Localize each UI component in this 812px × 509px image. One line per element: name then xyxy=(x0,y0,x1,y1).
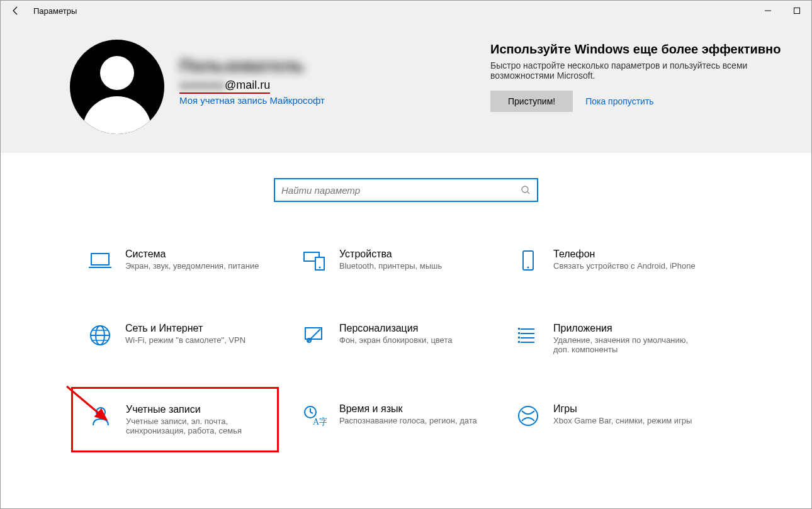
tile-title: Учетные записи xyxy=(126,404,271,415)
ms-account-link[interactable]: Моя учетная запись Майкрософт xyxy=(179,95,325,106)
paint-icon xyxy=(302,323,327,348)
tile-title: Игры xyxy=(553,403,692,415)
tile-apps[interactable]: Приложения Удаление, значения по умолчан… xyxy=(513,320,708,357)
tile-devices[interactable]: Устройства Bluetooth, принтеры, мышь xyxy=(299,246,494,276)
tile-sub: Экран, звук, уведомления, питание xyxy=(125,261,259,271)
maximize-icon xyxy=(794,8,800,14)
tile-phone[interactable]: Телефон Связать устройство с Android, iP… xyxy=(513,246,708,276)
window-controls xyxy=(753,1,811,21)
search-input[interactable] xyxy=(281,185,521,196)
tile-accounts[interactable]: Учетные записи Учетные записи, эл. почта… xyxy=(71,387,279,452)
svg-rect-4 xyxy=(91,254,109,265)
minimize-button[interactable] xyxy=(753,1,782,21)
tile-time-language[interactable]: A字 Время и язык Распознавание голоса, ре… xyxy=(299,401,494,452)
user-name: Пользователь xyxy=(179,56,325,76)
tile-personalization[interactable]: Персонализация Фон, экран блокировки, цв… xyxy=(299,320,494,357)
laptop-icon xyxy=(87,249,113,274)
search-icon xyxy=(521,185,531,195)
email-suffix: @mail.ru xyxy=(225,79,270,91)
avatar xyxy=(70,40,164,134)
maximize-button[interactable] xyxy=(782,1,811,21)
titlebar: Параметры xyxy=(1,1,811,21)
svg-rect-22 xyxy=(518,328,520,330)
promo-subtitle: Быстро настройте несколько параметров и … xyxy=(490,60,786,81)
phone-icon xyxy=(516,249,541,274)
svg-point-8 xyxy=(319,267,321,269)
tile-title: Устройства xyxy=(339,249,442,260)
user-block: Пользователь xxxxxxxx@mail.ru Моя учетна… xyxy=(70,40,325,134)
back-button[interactable] xyxy=(1,1,31,21)
apps-icon xyxy=(516,323,541,348)
tile-title: Персонализация xyxy=(339,323,452,334)
user-info: Пользователь xxxxxxxx@mail.ru Моя учетна… xyxy=(179,40,325,106)
svg-point-31 xyxy=(519,406,538,425)
tile-title: Телефон xyxy=(553,249,696,260)
tile-sub: Распознавание голоса, регион, дата xyxy=(339,416,477,425)
minimize-icon xyxy=(765,8,771,14)
arrow-left-icon xyxy=(11,6,21,16)
svg-rect-23 xyxy=(518,332,520,334)
tile-system[interactable]: Система Экран, звук, уведомления, питани… xyxy=(85,246,280,276)
promo-title: Используйте Windows еще более эффективно xyxy=(490,42,786,57)
tile-title: Приложения xyxy=(553,323,698,334)
header: Пользователь xxxxxxxx@mail.ru Моя учетна… xyxy=(1,21,811,153)
tile-sub: Учетные записи, эл. почта, синхронизация… xyxy=(126,417,271,435)
tile-sub: Xbox Game Bar, снимки, режим игры xyxy=(553,416,692,425)
tile-gaming[interactable]: Игры Xbox Game Bar, снимки, режим игры xyxy=(513,401,708,452)
svg-point-10 xyxy=(527,267,529,269)
user-email: xxxxxxxx@mail.ru xyxy=(179,79,270,94)
promo-skip-link[interactable]: Пока пропустить xyxy=(585,96,653,106)
svg-rect-25 xyxy=(518,341,520,343)
svg-line-3 xyxy=(527,192,529,194)
svg-text:A字: A字 xyxy=(313,417,327,427)
email-prefix: xxxxxxxx xyxy=(179,79,225,92)
search-box[interactable] xyxy=(274,178,538,202)
tile-sub: Wi-Fi, режим "в самолете", VPN xyxy=(125,335,245,345)
xbox-icon xyxy=(516,403,541,428)
svg-line-29 xyxy=(310,412,313,413)
svg-rect-1 xyxy=(794,8,800,14)
window-title: Параметры xyxy=(31,6,77,16)
tile-network[interactable]: Сеть и Интернет Wi-Fi, режим "в самолете… xyxy=(85,320,280,357)
time-lang-icon: A字 xyxy=(302,403,327,428)
tile-sub: Удаление, значения по умолчанию, доп. ко… xyxy=(553,335,698,354)
tile-title: Сеть и Интернет xyxy=(125,323,245,334)
search-container xyxy=(1,153,811,215)
tile-sub: Bluetooth, принтеры, мышь xyxy=(339,261,442,271)
devices-icon xyxy=(302,249,327,274)
svg-rect-24 xyxy=(518,337,520,338)
tile-title: Время и язык xyxy=(339,403,477,415)
tile-sub: Фон, экран блокировки, цвета xyxy=(339,335,452,345)
tile-title: Система xyxy=(125,249,259,260)
tile-sub: Связать устройство с Android, iPhone xyxy=(553,261,696,271)
svg-point-26 xyxy=(96,408,105,417)
categories-grid: Система Экран, звук, уведомления, питани… xyxy=(1,215,811,452)
promo-start-button[interactable]: Приступим! xyxy=(490,91,573,112)
promo: Используйте Windows еще более эффективно… xyxy=(490,40,786,112)
person-icon xyxy=(88,404,113,429)
globe-icon xyxy=(87,323,113,348)
svg-point-2 xyxy=(522,186,528,193)
